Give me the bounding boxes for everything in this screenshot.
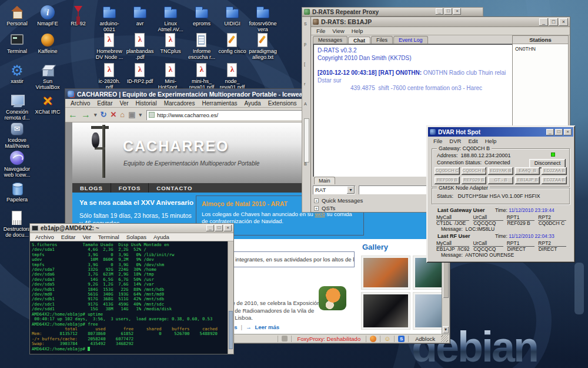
- reflector-button-eb1ajp-b[interactable]: EB1AJP B: [515, 177, 540, 184]
- reflector-button-cq0dch-b[interactable]: CQ0DCH B: [462, 167, 487, 175]
- desktop-icon-personal[interactable]: Personal: [2, 5, 32, 26]
- dvar-title-bar[interactable]: DVAR Hot Spot: [428, 127, 573, 137]
- desktop-icon-xastir[interactable]: xastir: [2, 62, 32, 84]
- s-icon[interactable]: [398, 336, 405, 342]
- photo-thumbnail-equipment-dark[interactable]: [361, 292, 410, 330]
- menu-item-terminal[interactable]: Terminal: [95, 233, 122, 241]
- desktop-icon-icedove[interactable]: Icedove Mail/News: [2, 121, 32, 149]
- desktop-icon-informe[interactable]: Informe escucha r...: [187, 32, 216, 60]
- desktop-icon-avr[interactable]: avr: [125, 5, 155, 26]
- chevron-down-icon[interactable]: [347, 186, 355, 194]
- desktop-icon-papelera[interactable]: Papelera: [2, 181, 32, 203]
- forward-icon[interactable]: →: [81, 110, 91, 120]
- tab-messages[interactable]: Messages: [313, 36, 348, 44]
- back-icon[interactable]: ←: [68, 110, 78, 120]
- maximize-icon[interactable]: [445, 8, 452, 15]
- station-item-on0thn[interactable]: ON0THN: [513, 44, 568, 52]
- desktop-icon-homebrew[interactable]: Homebrew DV Node ...: [95, 32, 124, 60]
- reflector-button-cq0dch-c[interactable]: CQ0DCH C: [435, 167, 460, 175]
- desktop-icon-terminal[interactable]: Terminal: [2, 32, 32, 54]
- minimize-icon[interactable]: [206, 225, 214, 231]
- nav-item-fotos[interactable]: FOTOS: [111, 185, 149, 191]
- close-icon[interactable]: [559, 18, 568, 26]
- minimize-icon[interactable]: [436, 8, 443, 15]
- scrollbar-thumb[interactable]: [229, 311, 233, 349]
- menu-item-archivo[interactable]: Archivo: [68, 100, 93, 107]
- menu-item-editar[interactable]: Editar: [94, 100, 115, 107]
- menu-item-ver[interactable]: Ver: [80, 233, 94, 241]
- expander-qsts[interactable]: +QSTs: [314, 204, 363, 212]
- desktop-icon-destructora[interactable]: Destructora de docu...: [2, 210, 32, 238]
- photo-thumbnail-equipment-rack[interactable]: [361, 256, 410, 290]
- desktop-icon-sun[interactable]: Sun VirtualBox: [33, 62, 62, 90]
- menu-item-editar[interactable]: Editar: [58, 233, 79, 241]
- nav-item-contacto[interactable]: CONTACTO: [149, 185, 200, 191]
- desktop-icon-ic-2820h[interactable]: ic-2820h. pdf: [95, 62, 124, 90]
- reflector-button-ea4q-b[interactable]: EA4Q B: [515, 167, 540, 175]
- stations-header[interactable]: Stations: [513, 36, 568, 44]
- minimize-icon[interactable]: [539, 18, 548, 26]
- reflector-button-ref009-b[interactable]: REF009 B: [435, 177, 460, 184]
- maximize-icon[interactable]: [555, 129, 563, 135]
- home-icon[interactable]: ⌂: [120, 110, 125, 120]
- menu-item-herramientas[interactable]: Herramientas: [199, 100, 240, 107]
- minimize-icon[interactable]: [546, 129, 554, 135]
- menu-item-archivo[interactable]: Archivo: [32, 233, 57, 241]
- tab-main[interactable]: Main: [314, 177, 335, 184]
- desktop-icon-nmapfe[interactable]: NmapFE: [33, 5, 62, 26]
- desktop-icon-mini[interactable]: Mini- HotSpot ...: [156, 62, 185, 90]
- close-icon[interactable]: [453, 8, 461, 15]
- scroll-down-icon[interactable]: [443, 326, 449, 333]
- menu-item-help[interactable]: Help: [349, 27, 366, 35]
- desktop-icon-linux[interactable]: Linux Atmel AV...: [156, 5, 185, 32]
- desktop-icon-conexi-n[interactable]: Conexión remota d...: [2, 93, 32, 121]
- terminal-screen[interactable]: S.ficheros Tamaño Usado Disp Uso% Montad…: [30, 241, 233, 354]
- desktop-icon-planbandas[interactable]: planbandas .pdf: [125, 32, 155, 60]
- tab-event-log[interactable]: Event Log: [393, 36, 428, 44]
- maximize-icon[interactable]: [549, 18, 558, 26]
- desktop-icon-navegador[interactable]: Navegador web Icew...: [2, 150, 32, 178]
- terminal-scrollbar[interactable]: [228, 241, 233, 354]
- menu-item-historial[interactable]: Historial: [133, 100, 160, 107]
- desktop-icon-arduino[interactable]: arduino- 0021: [95, 5, 124, 32]
- menu-item-solapas[interactable]: Solapas: [123, 233, 149, 241]
- dropdown-icon[interactable]: ▾: [139, 110, 142, 120]
- expander-quick-messages[interactable]: +Quick Messages: [314, 197, 363, 204]
- resize-grip[interactable]: [441, 335, 448, 342]
- desktop-icon-config-cisco[interactable]: config cisco: [218, 32, 247, 54]
- menu-item-help[interactable]: Help: [482, 137, 500, 145]
- adblock-status[interactable]: Adblock: [410, 336, 440, 342]
- desktop-icon-xchat-irc[interactable]: XChat IRC: [33, 93, 62, 115]
- dropdown-icon[interactable]: ▾: [94, 110, 97, 120]
- menu-item-dvr[interactable]: DVR: [446, 137, 464, 145]
- reflector-button-ref029-b[interactable]: REF029 B: [462, 177, 487, 184]
- desktop-icon-id-rp2-pdf[interactable]: ID-RP2.pdf: [125, 62, 155, 84]
- menu-item-marcadores[interactable]: Marcadores: [161, 100, 198, 107]
- close-icon[interactable]: [564, 129, 572, 135]
- desktop-icon-tncplus[interactable]: TNCplus: [156, 32, 185, 54]
- desktop-icon-mini-hs[interactable]: mini-hs_ reva01.pdf: [187, 62, 216, 90]
- reflector-button-ed3yak-b[interactable]: ED3YAK B: [488, 167, 513, 175]
- photo-thumbnail-antenna-sky[interactable]: [413, 292, 442, 330]
- reflector-button-ed2zaa-b[interactable]: ED2ZAA B: [542, 167, 567, 175]
- desktop-icon-uidigi[interactable]: UIDIGI: [218, 5, 247, 26]
- menu-item-file[interactable]: File: [430, 137, 445, 145]
- port-selector[interactable]: RAT: [313, 185, 355, 194]
- desktop-icon-paradigmag[interactable]: paradigmag allego.txt: [248, 32, 278, 60]
- menu-item-edit[interactable]: Edit: [465, 137, 480, 145]
- reflector-button-ed2zaa-b[interactable]: ED2ZAA B: [542, 177, 567, 184]
- puzzle-icon[interactable]: [282, 336, 288, 342]
- desktop-icon-node[interactable]: node_ reva01.pdf: [218, 62, 247, 90]
- menu-item-file[interactable]: File: [313, 27, 328, 35]
- menu-item-ver[interactable]: Ver: [116, 100, 131, 107]
- terminal-title-bar[interactable]: eb1ajp@AMD64X2: ~: [30, 224, 233, 233]
- fox-icon[interactable]: [370, 336, 376, 342]
- reload-icon[interactable]: ↻: [101, 110, 107, 120]
- close-icon[interactable]: [224, 225, 232, 231]
- menu-item-view[interactable]: View: [329, 27, 347, 35]
- desktop-icon-rs-92[interactable]: RS-92: [64, 5, 93, 26]
- menu-item-extensions[interactable]: Extensions: [265, 100, 300, 107]
- nav-item-blogs[interactable]: BLOGS: [72, 185, 111, 191]
- reflector-button-gt-b[interactable]: GT - B: [488, 177, 513, 184]
- extension-icon[interactable]: ▣: [128, 110, 135, 120]
